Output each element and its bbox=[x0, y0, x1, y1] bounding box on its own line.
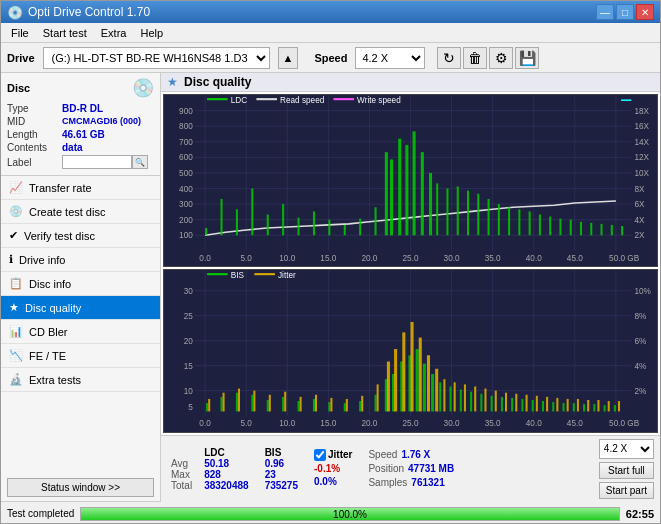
start-part-button[interactable]: Start part bbox=[599, 482, 654, 499]
svg-text:2X: 2X bbox=[634, 231, 645, 240]
svg-rect-86 bbox=[611, 225, 613, 235]
svg-rect-139 bbox=[282, 397, 284, 412]
position-value: 47731 MB bbox=[408, 463, 454, 474]
app-icon: 💿 bbox=[7, 5, 23, 20]
svg-text:Read speed: Read speed bbox=[280, 96, 325, 105]
verify-test-disc-icon: ✔ bbox=[9, 229, 18, 242]
max-label: Max bbox=[167, 469, 196, 480]
sidebar-item-fe-te[interactable]: 📉 FE / TE bbox=[1, 344, 160, 368]
svg-rect-154 bbox=[450, 387, 452, 412]
svg-rect-177 bbox=[300, 397, 302, 412]
sidebar-item-disc-quality[interactable]: ★ Disc quality bbox=[1, 296, 160, 320]
svg-rect-142 bbox=[328, 403, 330, 412]
speed-select[interactable]: 4.2 X bbox=[355, 47, 425, 69]
sidebar-item-create-test-disc[interactable]: 💿 Create test disc bbox=[1, 200, 160, 224]
svg-rect-200 bbox=[546, 397, 548, 412]
svg-text:400: 400 bbox=[179, 185, 193, 194]
sidebar-item-transfer-rate[interactable]: 📈 Transfer rate bbox=[1, 176, 160, 200]
start-full-button[interactable]: Start full bbox=[599, 462, 654, 479]
position-key: Position bbox=[368, 463, 404, 474]
svg-text:5.0: 5.0 bbox=[240, 254, 252, 263]
svg-rect-68 bbox=[429, 173, 432, 235]
svg-rect-143 bbox=[344, 404, 346, 412]
svg-rect-206 bbox=[608, 401, 610, 411]
fe-te-icon: 📉 bbox=[9, 349, 23, 362]
svg-text:45.0: 45.0 bbox=[567, 419, 583, 428]
svg-rect-150 bbox=[416, 350, 419, 412]
cd-bler-icon: 📊 bbox=[9, 325, 23, 338]
svg-rect-210 bbox=[254, 274, 275, 276]
svg-rect-176 bbox=[284, 392, 286, 412]
title-bar: 💿 Opti Drive Control 1.70 — □ ✕ bbox=[1, 1, 660, 23]
sidebar-item-disc-info[interactable]: 📋 Disc info bbox=[1, 272, 160, 296]
jitter-checkbox[interactable] bbox=[314, 449, 326, 461]
drive-bar: Drive (G:) HL-DT-ST BD-RE WH16NS48 1.D3 … bbox=[1, 43, 660, 73]
max-jitter: 0.0% bbox=[314, 476, 352, 487]
svg-text:5.0: 5.0 bbox=[240, 419, 252, 428]
total-label: Total bbox=[167, 480, 196, 491]
disc-panel: Disc 💿 Type BD-R DL MID CMCMAGDI6 (000) … bbox=[1, 73, 160, 176]
svg-rect-66 bbox=[413, 131, 416, 235]
svg-rect-137 bbox=[251, 395, 253, 412]
sidebar: Disc 💿 Type BD-R DL MID CMCMAGDI6 (000) … bbox=[1, 73, 161, 501]
menu-item-start test[interactable]: Start test bbox=[37, 25, 93, 41]
sidebar-item-cd-bler[interactable]: 📊 CD Bler bbox=[1, 320, 160, 344]
svg-text:14X: 14X bbox=[634, 138, 649, 147]
label-search-button[interactable]: 🔍 bbox=[132, 155, 148, 169]
erase-button[interactable]: 🗑 bbox=[463, 47, 487, 69]
svg-rect-162 bbox=[532, 400, 534, 411]
svg-text:40.0: 40.0 bbox=[526, 419, 542, 428]
close-button[interactable]: ✕ bbox=[636, 4, 654, 20]
drive-select[interactable]: (G:) HL-DT-ST BD-RE WH16NS48 1.D3 bbox=[43, 47, 270, 69]
refresh-button[interactable]: ↻ bbox=[437, 47, 461, 69]
charts-area: 900 800 700 600 500 400 300 200 100 18X … bbox=[161, 92, 660, 435]
transfer-rate-icon: 📈 bbox=[9, 181, 23, 194]
svg-rect-183 bbox=[387, 362, 390, 412]
svg-rect-55 bbox=[282, 204, 284, 235]
max-ldc: 828 bbox=[196, 469, 257, 480]
status-window-button[interactable]: Status window >> bbox=[7, 478, 154, 497]
chart-icon: ★ bbox=[167, 75, 178, 89]
svg-rect-156 bbox=[470, 392, 472, 412]
save-button[interactable]: 💾 bbox=[515, 47, 539, 69]
menu-bar: FileStart testExtraHelp bbox=[1, 23, 660, 43]
svg-rect-175 bbox=[269, 395, 271, 412]
svg-text:8%: 8% bbox=[634, 312, 647, 321]
minimize-button[interactable]: — bbox=[596, 4, 614, 20]
right-panel: ★ Disc quality bbox=[161, 73, 660, 501]
label-input[interactable] bbox=[62, 155, 132, 169]
maximize-button[interactable]: □ bbox=[616, 4, 634, 20]
svg-rect-85 bbox=[601, 224, 603, 235]
svg-rect-153 bbox=[439, 383, 441, 412]
svg-rect-203 bbox=[577, 399, 579, 411]
menu-item-file[interactable]: File bbox=[5, 25, 35, 41]
svg-rect-93 bbox=[333, 98, 354, 100]
svg-rect-157 bbox=[480, 394, 482, 412]
svg-text:600: 600 bbox=[179, 153, 193, 162]
svg-text:10.0: 10.0 bbox=[279, 254, 295, 263]
svg-rect-60 bbox=[359, 219, 361, 236]
speed-action-select[interactable]: 4.2 X bbox=[599, 439, 654, 459]
svg-text:50.0 GB: 50.0 GB bbox=[609, 254, 640, 263]
svg-rect-185 bbox=[402, 333, 405, 412]
svg-text:0.0: 0.0 bbox=[199, 254, 211, 263]
sidebar-item-drive-info[interactable]: ℹ Drive info bbox=[1, 248, 160, 272]
disc-quality-icon: ★ bbox=[9, 301, 19, 314]
menu-item-extra[interactable]: Extra bbox=[95, 25, 133, 41]
menu-item-help[interactable]: Help bbox=[134, 25, 169, 41]
svg-text:15: 15 bbox=[184, 362, 194, 371]
sidebar-item-verify-test-disc[interactable]: ✔ Verify test disc bbox=[1, 224, 160, 248]
settings-button[interactable]: ⚙ bbox=[489, 47, 513, 69]
svg-rect-89 bbox=[207, 98, 228, 100]
svg-rect-69 bbox=[436, 183, 438, 235]
samples-key: Samples bbox=[368, 477, 407, 488]
svg-text:50.0 GB: 50.0 GB bbox=[609, 419, 640, 428]
svg-rect-197 bbox=[515, 394, 517, 412]
svg-rect-174 bbox=[253, 391, 255, 412]
svg-text:25.0: 25.0 bbox=[403, 419, 419, 428]
svg-rect-198 bbox=[526, 395, 528, 412]
svg-rect-84 bbox=[590, 223, 592, 235]
app-title: Opti Drive Control 1.70 bbox=[28, 5, 150, 19]
eject-button[interactable]: ▲ bbox=[278, 47, 299, 69]
sidebar-item-extra-tests[interactable]: 🔬 Extra tests bbox=[1, 368, 160, 392]
